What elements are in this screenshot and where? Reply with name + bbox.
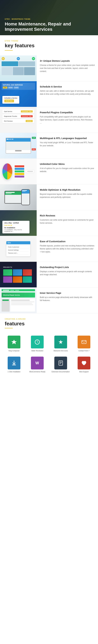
nav-item-1: [7, 139, 9, 140]
plugin-grid-row1: King Composer Slider Revolution Awesome …: [0, 336, 98, 355]
documentation-label: Extensive Documentation: [52, 371, 70, 373]
awesome-icons-icon-box: [54, 336, 67, 348]
swatch-purple: [15, 176, 24, 178]
feature-item-reviews: Joe y Day · verified ★★★★★ Ac installati…: [0, 210, 98, 236]
sidebar-item-2: [2, 301, 9, 302]
key-features-title: key features: [0, 42, 98, 50]
content-line-4: [11, 304, 33, 305]
feature-text-service: Inner Service Page Build up a service pa…: [37, 288, 98, 313]
sidebar-item-1: [2, 300, 9, 301]
feature-title-schedule: Schedule A Service: [40, 85, 95, 88]
demo-nav: 01 02 03: [1, 57, 35, 60]
phone-bar-2: [22, 191, 26, 192]
project-4: [3, 276, 12, 283]
slider-revolution-icon: [34, 339, 41, 345]
feature-title-projects: Outstanding Project Lists: [40, 266, 95, 268]
review-card: Joe y Day · verified ★★★★★ Ac installati…: [2, 221, 30, 234]
service-content-row: [1, 299, 35, 312]
feature-text-customize: Ease of Customization Flexible layouts, …: [37, 236, 98, 262]
demo-dot-1: 01: [1, 57, 5, 60]
feature-item-demo-layouts: 01 02 03 3+ Unique Demos Layouts Choose …: [0, 56, 98, 81]
service-main: [10, 299, 35, 312]
project-grid: [3, 269, 32, 283]
schedule-book-button[interactable]: Book Now: [4, 100, 14, 102]
monitor-container: LTR RTL: [5, 138, 31, 154]
project-5: [13, 276, 22, 283]
feature-image-demo-layouts: 01 02 03: [0, 56, 37, 81]
service-top-bar: [1, 289, 35, 291]
feature-title-colors: Unlimited Color Skins: [40, 162, 95, 165]
feature-item-service: Electrical Repair Service Inner Service: [0, 288, 98, 313]
tablet-bar-1: [5, 192, 15, 193]
customize-item-3[interactable]: Themes And I...: [8, 252, 29, 255]
slot-1: 9:00: [3, 86, 7, 88]
customize-panel-header: Etro: [6, 241, 30, 244]
feature-title-mobile: Mobile Optimizer & High Resolution: [40, 188, 95, 191]
customize-item-2[interactable]: General Settings: [8, 249, 29, 252]
plugin-card-woocommerce: W WooCommerce Ready: [26, 356, 48, 373]
demo-row-1: [1, 61, 35, 66]
service-graphic: Electrical Repair Service: [0, 288, 37, 313]
plugin-card-king-composer: King Composer: [3, 336, 25, 352]
svg-text:W: W: [35, 361, 39, 365]
key-features-underline: [5, 50, 13, 50]
feature-item-plugins: Opal Service Deactivate · Edit Regenerat…: [0, 107, 98, 133]
sidebar-item-3: [2, 303, 9, 304]
schedule-graphic: NATURAL GAS SERVICES 9:00 10:00 11:00 Sc…: [0, 81, 37, 107]
color-swatches: [15, 165, 24, 178]
features-title: features: [5, 321, 93, 327]
nav-item-2: [9, 139, 11, 140]
plugin-row-1: Opal Service Deactivate · Edit: [2, 110, 34, 114]
swatch-red: [15, 165, 24, 167]
king-composer-icon: [11, 339, 17, 345]
plugin-action-2: Deactivate · Edit: [21, 115, 33, 117]
feature-text-demo-layouts: 3+ Unique Demos Layouts Choose a theme f…: [37, 56, 98, 81]
schedule-overlay-title: Schedule a Service: [4, 97, 17, 99]
project-1: [3, 269, 12, 276]
review-stars: ★★★★★: [4, 224, 28, 226]
slider-revolution-icon-box: [31, 336, 44, 348]
swatch-blue: [15, 168, 24, 170]
plugin-name-1: Opal Service: [4, 111, 12, 112]
features-section: CREATING A BRAND features: [0, 313, 98, 336]
feature-title-reviews: Rich Reviews: [40, 214, 95, 217]
color-wheel: [2, 164, 12, 180]
feature-text-mobile: Mobile Optimizer & High Resolution Beyon…: [37, 184, 98, 210]
feature-desc-demo-layouts: Choose a theme for your online store; yo…: [40, 64, 95, 73]
feature-image-projects: Projects: [0, 262, 37, 288]
colors-graphic: #333333: [0, 158, 37, 184]
customize-graphic: Etro Fonts Customizer General Settings T…: [0, 236, 37, 262]
feature-image-colors: #333333: [0, 158, 37, 184]
plugin-action-3: Activate: [26, 120, 33, 122]
hero-title: Home Maintenance, Repair and Improvement…: [5, 21, 93, 32]
plugin-card-awesome-icons: Awesome font icons: [50, 336, 72, 352]
king-composer-icon-box: [8, 336, 20, 348]
contact-form-7-icon: [81, 339, 87, 345]
phone-screen: [22, 190, 30, 205]
ltr-badge: LTR: [32, 137, 36, 139]
plugin-name-3: Rich Reviews: [4, 120, 13, 122]
feature-text-colors: Unlimited Color Skins A lot of options f…: [37, 158, 98, 184]
feature-desc-schedule: Admin can add, edit or delete some type …: [40, 90, 95, 96]
service-nav-2: [15, 290, 19, 290]
demo-dot-2: 02: [17, 57, 20, 60]
phone-bar-1: [22, 190, 27, 191]
feature-image-multilingual: LTR RTL: [0, 133, 37, 158]
feature-image-customize: Etro Fonts Customizer General Settings T…: [0, 236, 37, 262]
feature-title-demo-layouts: 3+ Unique Demos Layouts: [40, 60, 95, 62]
king-composer-label: King Composer: [9, 350, 20, 352]
feature-item-projects: Projects Outstanding Project Lists Displ…: [0, 262, 98, 288]
demo-thumb-3: [1, 67, 13, 75]
plugin-grid-row2: 1 Click Installation W WooCommerce Ready…: [0, 356, 98, 376]
svg-rect-1: [82, 340, 86, 344]
service-hero-banner: Electrical Repair Service: [1, 292, 35, 298]
feature-item-schedule: NATURAL GAS SERVICES 9:00 10:00 11:00 Sc…: [0, 81, 98, 107]
feature-text-projects: Outstanding Project Lists Displays a ser…: [37, 262, 98, 288]
slider-revolution-label: Slider Revolution: [31, 350, 44, 352]
project-3: [23, 269, 32, 276]
customize-item-1[interactable]: Fonts Customizer: [8, 246, 29, 249]
monitor-nav: [6, 138, 31, 140]
monitor-screen: [6, 138, 31, 150]
color-hex-input[interactable]: #333333: [26, 170, 34, 173]
feature-desc-projects: Displays a series of impressive projects…: [40, 270, 95, 276]
